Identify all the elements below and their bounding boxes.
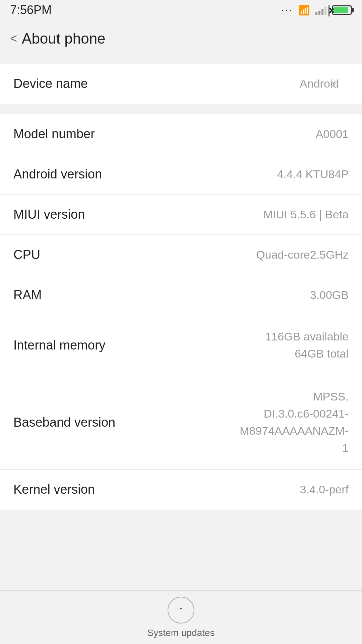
nav-bar: < About phone (0, 20, 362, 57)
cpu-value: Quad-core2.5GHz (256, 248, 349, 261)
model-number-value: A0001 (316, 127, 349, 141)
cpu-label: CPU (13, 248, 40, 262)
miui-version-label: MIUI version (13, 207, 85, 222)
back-button[interactable]: < About phone (10, 30, 106, 47)
ram-label: RAM (13, 288, 42, 302)
cpu-row: CPU Quad-core2.5GHz (0, 235, 362, 275)
baseband-version-label: Baseband version (13, 415, 115, 430)
status-bar: 7:56PM ··· 📶 ✕ (0, 0, 362, 20)
update-arrow-icon: ↑ (178, 603, 184, 617)
android-version-label: Android version (13, 167, 102, 181)
device-name-value-container: Android > (300, 77, 349, 90)
device-name-value: Android (300, 77, 326, 90)
system-updates-label: System updates (147, 628, 215, 638)
miui-version-row: MIUI version MIUI 5.5.6 | Beta (0, 195, 362, 235)
kernel-version-row: Kernel version 3.4.0-perf (0, 470, 362, 509)
android-version-row: Android version 4.4.4 KTU84P (0, 154, 362, 195)
wifi-icon: 📶 (298, 5, 310, 16)
device-name-label: Device name (13, 76, 88, 91)
status-time: 7:56PM (10, 3, 52, 17)
signal-icon: ✕ (315, 5, 326, 15)
baseband-version-row: Baseband version MPSS.DI.3.0.c6-00241-M8… (0, 375, 362, 470)
spacer-1 (0, 104, 362, 114)
internal-memory-label: Internal memory (13, 338, 106, 353)
status-icons: ··· 📶 ✕ (281, 5, 352, 16)
device-name-arrow: > (330, 77, 336, 90)
ram-value: 3.00GB (310, 288, 349, 302)
device-name-row[interactable]: Device name Android > (0, 64, 362, 104)
internal-memory-value: 116GB available64GB total (265, 328, 349, 362)
page-title: About phone (22, 30, 106, 47)
bottom-bar: ↑ System updates (0, 590, 362, 644)
ram-row: RAM 3.00GB (0, 275, 362, 315)
baseband-version-value: MPSS.DI.3.0.c6-00241-M8974AAAAANAZM-1 (240, 388, 349, 457)
battery-fill (334, 7, 348, 13)
miui-version-value: MIUI 5.5.6 | Beta (263, 208, 349, 221)
internal-memory-row: Internal memory 116GB available64GB tota… (0, 315, 362, 375)
about-phone-list: Device name Android > Model number A0001… (0, 64, 362, 509)
battery-icon (332, 5, 352, 15)
back-icon: < (10, 33, 17, 45)
model-number-row: Model number A0001 (0, 114, 362, 154)
android-version-value: 4.4.4 KTU84P (277, 168, 349, 181)
model-number-label: Model number (13, 127, 95, 141)
system-updates-button[interactable]: ↑ (168, 597, 194, 624)
kernel-version-value: 3.4.0-perf (300, 483, 349, 496)
kernel-version-label: Kernel version (13, 482, 95, 497)
more-icon: ··· (281, 5, 293, 15)
